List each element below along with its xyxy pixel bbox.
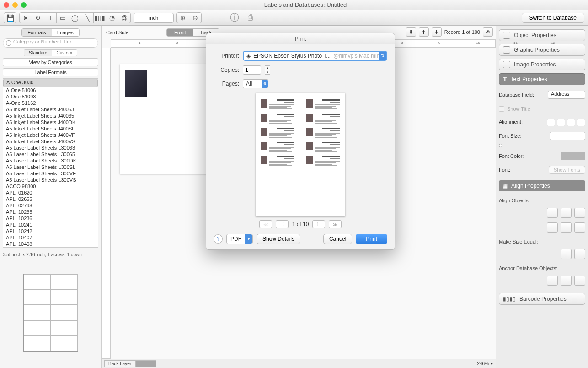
print-button[interactable]: Print — [356, 234, 387, 244]
copies-label: Copies: — [214, 67, 239, 73]
last-page-icon[interactable]: ≫ — [329, 220, 342, 228]
chevron-updown-icon: ⇅ — [379, 52, 386, 60]
help-icon[interactable]: ? — [214, 234, 223, 244]
printer-label: Printer: — [214, 53, 239, 59]
cancel-button[interactable]: Cancel — [323, 234, 352, 244]
printer-select[interactable]: ◈ EPSON Epson Stylus Photo T... @himvp's… — [243, 51, 387, 61]
next-page-icon[interactable]: 〉 — [312, 220, 325, 228]
printer-device-icon: ◈ — [246, 53, 251, 59]
show-details-button[interactable]: Show Details — [257, 234, 300, 244]
print-dialog: Print Printer: ◈ EPSON Epson Stylus Phot… — [206, 33, 395, 250]
page-indicator: 1 of 10 — [292, 221, 309, 227]
pages-select[interactable]: All ⇅ — [243, 79, 268, 88]
chevron-down-icon: ▾ — [245, 234, 252, 244]
print-preview — [256, 93, 345, 216]
prev-page-icon[interactable]: 〈 — [276, 220, 289, 228]
preview-pager: ≪ 〈 1 of 10 〉 ≫ — [214, 220, 387, 228]
first-page-icon[interactable]: ≪ — [259, 220, 272, 228]
copies-stepper[interactable]: ▲▼ — [265, 65, 270, 75]
pdf-button[interactable]: PDF▾ — [226, 234, 253, 244]
copies-input[interactable] — [243, 65, 261, 75]
chevron-updown-icon: ⇅ — [262, 80, 268, 88]
pages-label: Pages: — [214, 81, 239, 87]
modal-overlay: Print Printer: ◈ EPSON Epson Stylus Phot… — [0, 0, 588, 368]
dialog-title: Print — [206, 33, 395, 44]
